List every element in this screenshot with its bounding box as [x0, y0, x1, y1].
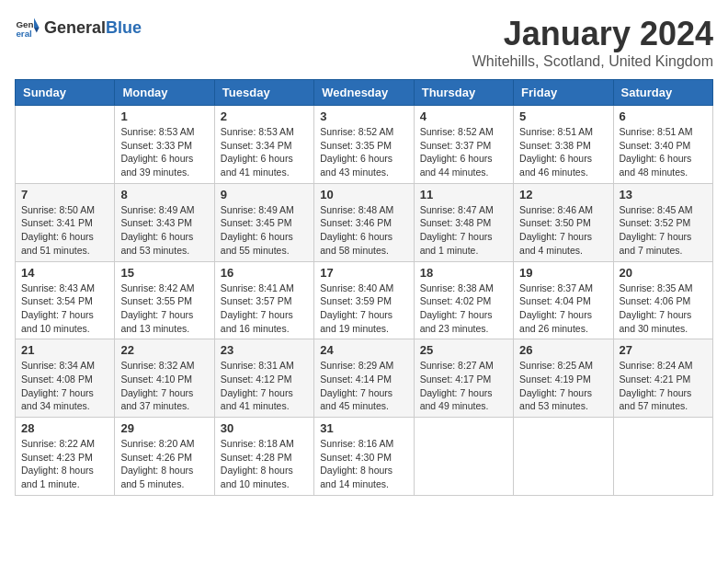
day-number: 21: [21, 343, 108, 357]
day-number: 10: [320, 188, 407, 201]
day-info: Sunrise: 8:41 AMSunset: 3:57 PMDaylight:…: [221, 282, 308, 336]
day-number: 14: [21, 266, 108, 280]
calendar-cell: 8Sunrise: 8:49 AMSunset: 3:43 PMDaylight…: [115, 183, 214, 261]
day-info: Sunrise: 8:24 AMSunset: 4:21 PMDaylight:…: [620, 359, 707, 413]
logo: Gen eral GeneralBlue: [15, 15, 142, 40]
svg-text:eral: eral: [16, 29, 32, 39]
day-number: 2: [221, 109, 308, 123]
day-number: 13: [620, 188, 707, 201]
calendar-cell: 7Sunrise: 8:50 AMSunset: 3:41 PMDaylight…: [16, 183, 115, 261]
day-number: 30: [221, 421, 308, 435]
calendar-cell: 13Sunrise: 8:45 AMSunset: 3:52 PMDayligh…: [613, 183, 712, 261]
calendar-cell: 26Sunrise: 8:25 AMSunset: 4:19 PMDayligh…: [514, 339, 613, 418]
calendar-cell: 14Sunrise: 8:43 AMSunset: 3:54 PMDayligh…: [16, 261, 115, 339]
day-number: 15: [120, 266, 208, 280]
calendar-week-3: 14Sunrise: 8:43 AMSunset: 3:54 PMDayligh…: [16, 261, 713, 339]
day-info: Sunrise: 8:49 AMSunset: 3:45 PMDaylight:…: [221, 203, 308, 258]
day-number: 18: [420, 266, 507, 280]
calendar-week-4: 21Sunrise: 8:34 AMSunset: 4:08 PMDayligh…: [16, 339, 713, 418]
title-area: January 2024 Whitehills, Scotland, Unite…: [472, 15, 713, 70]
day-info: Sunrise: 8:48 AMSunset: 3:46 PMDaylight:…: [320, 203, 407, 258]
month-title: January 2024: [472, 15, 713, 53]
calendar-week-5: 28Sunrise: 8:22 AMSunset: 4:23 PMDayligh…: [16, 418, 713, 496]
day-info: Sunrise: 8:47 AMSunset: 3:48 PMDaylight:…: [420, 203, 507, 258]
calendar-week-1: 1Sunrise: 8:53 AMSunset: 3:33 PMDaylight…: [16, 106, 713, 184]
day-info: Sunrise: 8:32 AMSunset: 4:10 PMDaylight:…: [120, 359, 208, 413]
calendar-cell: 23Sunrise: 8:31 AMSunset: 4:12 PMDayligh…: [214, 339, 313, 418]
logo-text: GeneralBlue: [44, 18, 142, 38]
calendar-cell: 6Sunrise: 8:51 AMSunset: 3:40 PMDaylight…: [613, 106, 712, 184]
calendar-cell: 31Sunrise: 8:16 AMSunset: 4:30 PMDayligh…: [314, 418, 414, 496]
header: Gen eral GeneralBlue January 2024 Whiteh…: [15, 15, 713, 70]
day-number: 9: [221, 188, 308, 201]
day-info: Sunrise: 8:52 AMSunset: 3:35 PMDaylight:…: [320, 125, 407, 179]
day-info: Sunrise: 8:25 AMSunset: 4:19 PMDaylight:…: [519, 359, 607, 413]
day-info: Sunrise: 8:31 AMSunset: 4:12 PMDaylight:…: [221, 359, 308, 413]
calendar-cell: [414, 418, 513, 496]
calendar-cell: 3Sunrise: 8:52 AMSunset: 3:35 PMDaylight…: [314, 106, 414, 184]
calendar-cell: [16, 106, 115, 184]
day-number: 25: [420, 343, 507, 357]
calendar-cell: 18Sunrise: 8:38 AMSunset: 4:02 PMDayligh…: [414, 261, 513, 339]
day-number: 19: [519, 266, 607, 280]
day-number: 29: [120, 421, 208, 435]
calendar-cell: 21Sunrise: 8:34 AMSunset: 4:08 PMDayligh…: [16, 339, 115, 418]
calendar-cell: 2Sunrise: 8:53 AMSunset: 3:34 PMDaylight…: [214, 106, 313, 184]
calendar-table: SundayMondayTuesdayWednesdayThursdayFrid…: [15, 79, 713, 496]
svg-marker-2: [34, 18, 40, 29]
day-info: Sunrise: 8:53 AMSunset: 3:34 PMDaylight:…: [221, 125, 308, 179]
header-day-monday: Monday: [115, 80, 214, 106]
calendar-week-2: 7Sunrise: 8:50 AMSunset: 3:41 PMDaylight…: [16, 183, 713, 261]
logo-general: General: [44, 18, 106, 37]
calendar-cell: 4Sunrise: 8:52 AMSunset: 3:37 PMDaylight…: [414, 106, 513, 184]
calendar-cell: 30Sunrise: 8:18 AMSunset: 4:28 PMDayligh…: [214, 418, 313, 496]
calendar-cell: 12Sunrise: 8:46 AMSunset: 3:50 PMDayligh…: [514, 183, 613, 261]
day-number: 28: [21, 421, 108, 435]
calendar-cell: 11Sunrise: 8:47 AMSunset: 3:48 PMDayligh…: [414, 183, 513, 261]
calendar-cell: 24Sunrise: 8:29 AMSunset: 4:14 PMDayligh…: [314, 339, 414, 418]
calendar-header-row: SundayMondayTuesdayWednesdayThursdayFrid…: [16, 80, 713, 106]
day-number: 7: [21, 188, 108, 201]
day-info: Sunrise: 8:52 AMSunset: 3:37 PMDaylight:…: [420, 125, 507, 179]
svg-marker-3: [34, 28, 40, 33]
day-number: 11: [420, 188, 507, 201]
day-info: Sunrise: 8:22 AMSunset: 4:23 PMDaylight:…: [21, 437, 108, 491]
calendar-cell: 10Sunrise: 8:48 AMSunset: 3:46 PMDayligh…: [314, 183, 414, 261]
day-number: 6: [620, 109, 707, 123]
calendar-cell: 27Sunrise: 8:24 AMSunset: 4:21 PMDayligh…: [613, 339, 712, 418]
day-info: Sunrise: 8:29 AMSunset: 4:14 PMDaylight:…: [320, 359, 407, 413]
day-info: Sunrise: 8:53 AMSunset: 3:33 PMDaylight:…: [120, 125, 208, 179]
calendar-cell: [613, 418, 712, 496]
day-info: Sunrise: 8:40 AMSunset: 3:59 PMDaylight:…: [320, 282, 407, 336]
day-number: 8: [120, 188, 208, 201]
header-day-wednesday: Wednesday: [314, 80, 414, 106]
day-info: Sunrise: 8:45 AMSunset: 3:52 PMDaylight:…: [620, 203, 707, 258]
day-info: Sunrise: 8:35 AMSunset: 4:06 PMDaylight:…: [620, 282, 707, 336]
day-info: Sunrise: 8:18 AMSunset: 4:28 PMDaylight:…: [221, 437, 308, 491]
day-number: 4: [420, 109, 507, 123]
day-info: Sunrise: 8:16 AMSunset: 4:30 PMDaylight:…: [320, 437, 407, 491]
day-info: Sunrise: 8:43 AMSunset: 3:54 PMDaylight:…: [21, 282, 108, 336]
calendar-cell: 25Sunrise: 8:27 AMSunset: 4:17 PMDayligh…: [414, 339, 513, 418]
calendar-cell: 22Sunrise: 8:32 AMSunset: 4:10 PMDayligh…: [115, 339, 214, 418]
day-info: Sunrise: 8:49 AMSunset: 3:43 PMDaylight:…: [120, 203, 208, 258]
day-number: 23: [221, 343, 308, 357]
day-number: 31: [320, 421, 407, 435]
day-number: 20: [620, 266, 707, 280]
day-number: 1: [120, 109, 208, 123]
day-info: Sunrise: 8:34 AMSunset: 4:08 PMDaylight:…: [21, 359, 108, 413]
day-info: Sunrise: 8:50 AMSunset: 3:41 PMDaylight:…: [21, 203, 108, 258]
header-day-tuesday: Tuesday: [214, 80, 313, 106]
calendar-cell: 29Sunrise: 8:20 AMSunset: 4:26 PMDayligh…: [115, 418, 214, 496]
day-number: 22: [120, 343, 208, 357]
calendar-cell: 17Sunrise: 8:40 AMSunset: 3:59 PMDayligh…: [314, 261, 414, 339]
calendar-cell: 1Sunrise: 8:53 AMSunset: 3:33 PMDaylight…: [115, 106, 214, 184]
day-info: Sunrise: 8:37 AMSunset: 4:04 PMDaylight:…: [519, 282, 607, 336]
calendar-cell: 9Sunrise: 8:49 AMSunset: 3:45 PMDaylight…: [214, 183, 313, 261]
calendar-cell: 19Sunrise: 8:37 AMSunset: 4:04 PMDayligh…: [514, 261, 613, 339]
calendar-cell: 28Sunrise: 8:22 AMSunset: 4:23 PMDayligh…: [16, 418, 115, 496]
calendar-cell: [514, 418, 613, 496]
calendar-cell: 16Sunrise: 8:41 AMSunset: 3:57 PMDayligh…: [214, 261, 313, 339]
day-info: Sunrise: 8:27 AMSunset: 4:17 PMDaylight:…: [420, 359, 507, 413]
header-day-friday: Friday: [514, 80, 613, 106]
